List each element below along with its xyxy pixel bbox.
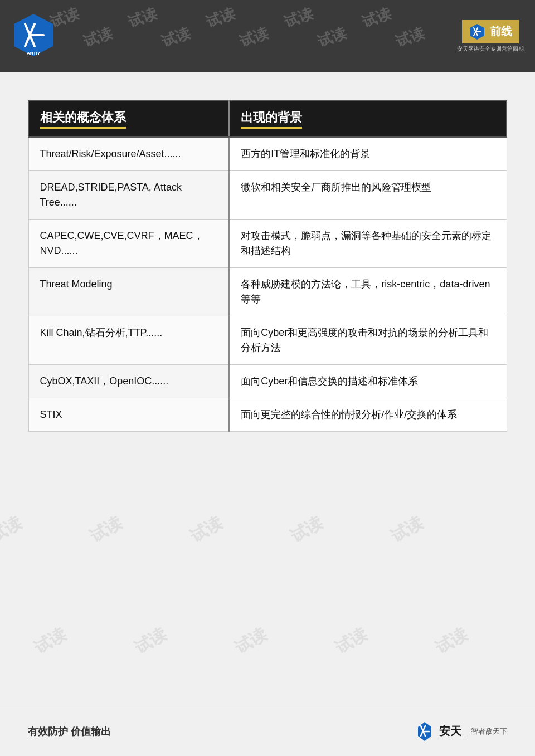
table-cell-left-0: Threat/Risk/Exposure/Asset...... — [28, 137, 229, 171]
footer-slogan-text: 智者敌天下 — [471, 727, 507, 735]
footer-brand-text: 安天 — [439, 724, 461, 739]
col2-header-text: 出现的背景 — [241, 109, 302, 129]
wm-3: 试读 — [204, 4, 238, 32]
body-wm-23: 试读 — [186, 511, 226, 548]
table-cell-left-4: Kill Chain,钻石分析,TTP...... — [28, 316, 229, 365]
wm-4: 试读 — [282, 4, 316, 32]
body-wm-24: 试读 — [286, 511, 327, 548]
body-wm-30: 试读 — [431, 623, 471, 660]
wm-5: 试读 — [360, 4, 394, 32]
table-row: STIX面向更完整的综合性的情报分析/作业/交换的体系 — [28, 398, 507, 432]
wm-7: 试读 — [159, 23, 193, 52]
table-header-row: 相关的概念体系 出现的背景 — [28, 101, 507, 137]
body-wm-27: 试读 — [130, 623, 171, 660]
wm-9: 试读 — [315, 23, 349, 52]
table-cell-right-5: 面向Cyber和信息交换的描述和标准体系 — [229, 365, 507, 398]
header: 试读 试读 试读 试读 试读 试读 试读 试读 试读 试读 ANTIY — [0, 0, 535, 72]
table-cell-right-0: 西方的IT管理和标准化的背景 — [229, 137, 507, 171]
body-wm-28: 试读 — [231, 623, 271, 660]
table-cell-right-2: 对攻击模式，脆弱点，漏洞等各种基础的安全元素的标定和描述结构 — [229, 220, 507, 268]
col1-header: 相关的概念体系 — [28, 101, 229, 137]
header-watermarks: 试读 试读 试读 试读 试读 试读 试读 试读 试读 试读 — [0, 0, 535, 72]
body-wm-22: 试读 — [86, 511, 126, 548]
body-wm-29: 试读 — [331, 623, 371, 660]
body-wm-26: 试读 — [30, 623, 70, 660]
table-cell-left-2: CAPEC,CWE,CVE,CVRF，MAEC，NVD...... — [28, 220, 229, 268]
footer-tagline: 有效防护 价值输出 — [28, 725, 111, 738]
wm-1: 试读 — [48, 4, 82, 32]
table-cell-left-1: DREAD,STRIDE,PASTA, Attack Tree...... — [28, 171, 229, 220]
footer: 有效防护 价值输出 安天 智者敌天下 — [0, 706, 535, 756]
body-wm-25: 试读 — [387, 511, 427, 548]
main-content: 相关的概念体系 出现的背景 Threat/Risk/Exposure/Asset… — [0, 72, 535, 454]
wm-6: 试读 — [81, 23, 115, 52]
wm-2: 试读 — [126, 4, 160, 32]
col2-header: 出现的背景 — [229, 101, 507, 137]
table-cell-left-5: CybOX,TAXII，OpenIOC...... — [28, 365, 229, 398]
footer-logo-area: 安天 智者敌天下 — [415, 721, 507, 742]
footer-brand-slogan: 智者敌天下 — [466, 726, 507, 737]
footer-lightning-icon — [415, 721, 435, 742]
table-cell-right-4: 面向Cyber和更高强度的攻击和对抗的场景的分析工具和分析方法 — [229, 316, 507, 365]
wm-10: 试读 — [393, 23, 427, 52]
table-cell-right-3: 各种威胁建模的方法论，工具，risk-centric，data-driven等等 — [229, 268, 507, 316]
footer-brand-name: 安天 — [439, 725, 461, 737]
table-row: Threat Modeling各种威胁建模的方法论，工具，risk-centri… — [28, 268, 507, 316]
wm-8: 试读 — [237, 23, 271, 52]
table-cell-left-3: Threat Modeling — [28, 268, 229, 316]
table-cell-right-6: 面向更完整的综合性的情报分析/作业/交换的体系 — [229, 398, 507, 432]
table-row: CAPEC,CWE,CVE,CVRF，MAEC，NVD......对攻击模式，脆… — [28, 220, 507, 268]
col1-header-text: 相关的概念体系 — [40, 109, 126, 129]
table-row: Threat/Risk/Exposure/Asset......西方的IT管理和… — [28, 137, 507, 171]
concept-table: 相关的概念体系 出现的背景 Threat/Risk/Exposure/Asset… — [28, 100, 507, 432]
table-cell-left-6: STIX — [28, 398, 229, 432]
table-row: Kill Chain,钻石分析,TTP......面向Cyber和更高强度的攻击… — [28, 316, 507, 365]
table-cell-right-1: 微软和相关安全厂商所推出的风险管理模型 — [229, 171, 507, 220]
table-row: DREAD,STRIDE,PASTA, Attack Tree......微软和… — [28, 171, 507, 220]
body-wm-21: 试读 — [0, 511, 26, 548]
table-row: CybOX,TAXII，OpenIOC......面向Cyber和信息交换的描述… — [28, 365, 507, 398]
